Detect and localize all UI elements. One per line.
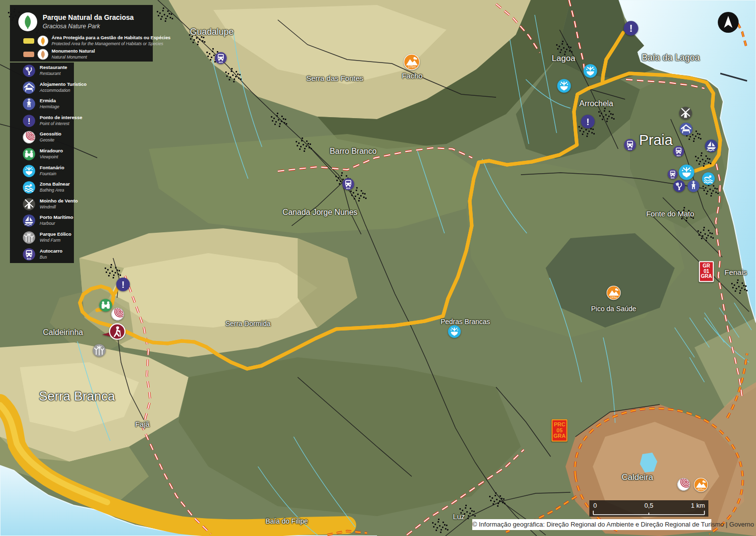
leaf-icon — [37, 49, 49, 60]
map-canvas: GuadalupeSerra das FontesFachoLagoaBaía … — [0, 0, 756, 536]
legend-item-label: Parque Eólico — [40, 231, 71, 237]
legend-subtitle: Graciosa Nature Park — [43, 23, 100, 30]
legend-item-bus: BUS Autocarro Bus — [10, 246, 74, 263]
leaf-icon — [37, 35, 49, 47]
area-label: Área Protegida para a Gestão de Habitats… — [52, 35, 171, 40]
north-arrow-icon — [717, 11, 739, 33]
restaurant-icon — [22, 64, 36, 77]
legend-item-label: Porto Marítimo — [40, 214, 73, 220]
legend-item-sublabel: Wind Farm — [40, 238, 61, 243]
scale-tick-05: 0,5 — [644, 502, 653, 509]
legend-item-sublabel: Fountain — [40, 171, 56, 176]
legend-item-windmill: Moinho de Vento Windmill — [10, 196, 74, 213]
scale-tick-0: 0 — [593, 502, 597, 509]
scale-bar: 0 0,5 1 km — [589, 500, 708, 517]
bus-icon: BUS — [22, 248, 36, 261]
area-color-swatch — [23, 38, 34, 44]
legend-item-sublabel: Harbour — [40, 221, 55, 226]
legend-item-sublabel: Geosite — [40, 137, 55, 142]
legend-area-protected-area: Área Protegida para a Gestão de Habitats… — [10, 35, 153, 48]
legend-item-label: Autocarro — [40, 248, 63, 254]
poi-icon: ! — [22, 114, 36, 128]
svg-text:BUS: BUS — [27, 258, 31, 260]
legend-item-viewpoint: Miradouro Viewpoint — [10, 146, 74, 163]
legend-header: Parque Natural da Graciosa Graciosa Natu… — [10, 5, 153, 62]
legend-item-label: Ponto de interesse — [40, 115, 82, 120]
windfarm-icon — [22, 231, 36, 244]
legend-item-restaurant: Restaurante Restaurant — [10, 63, 74, 79]
legend-item-windfarm: Parque Eólico Wind Farm — [10, 229, 74, 246]
legend-item-label: Zona Balnear — [40, 181, 70, 187]
fountain-icon — [22, 164, 36, 178]
legend-item-label: Geossítio — [40, 131, 62, 136]
bathing-icon — [22, 181, 36, 194]
legend-item-harbour: Porto Marítimo Harbour — [10, 212, 74, 229]
legend-item-label: Fontanário — [40, 165, 64, 170]
legend-item-sublabel: Bus — [40, 255, 47, 260]
legend-item-label: Moinho de Vento — [40, 198, 78, 203]
hermitage-icon — [22, 97, 36, 111]
attribution-bar: © Informação geográfica: Direção Regiona… — [472, 519, 711, 530]
legend-item-label: Alojamento Turístico — [40, 81, 87, 87]
legend-item-sublabel: Bathing Area — [40, 188, 64, 193]
legend-item-geosite: Geossítio Geosite — [10, 129, 74, 146]
legend-item-label: Miradouro — [40, 148, 63, 153]
legend-item-sublabel: Point of interest — [40, 121, 69, 126]
legend-area-natural-monument: Monumento Natural Natural Monument — [10, 48, 153, 61]
harbour-icon — [22, 214, 36, 227]
legend-item-fountain: Fontanário Fountain — [10, 163, 74, 180]
legend-item-bathing: Zona Balnear Bathing Area — [10, 179, 74, 196]
legend-item-poi: ! Ponto de interesse Point of interest — [10, 113, 74, 130]
area-sublabel: Natural Monument — [52, 55, 87, 60]
area-color-swatch — [23, 52, 34, 57]
legend-item-sublabel: Restaurant — [40, 71, 61, 76]
area-sublabel: Protected Area for the Management of Hab… — [52, 41, 163, 46]
legend-item-label: Ermida — [40, 98, 56, 103]
park-logo-icon — [18, 12, 38, 32]
legend-item-sublabel: Windmill — [40, 204, 56, 209]
scale-tick-1km: 1 km — [691, 502, 705, 509]
geosite-icon — [22, 131, 36, 144]
legend-item-hermitage: Ermida Hermitage — [10, 96, 74, 113]
windmill-icon — [22, 198, 36, 211]
legend-item-sublabel: Hermitage — [40, 104, 60, 109]
viewpoint-icon — [22, 147, 36, 161]
legend-symbol-list: Restaurante Restaurant Alojamento Turíst… — [10, 63, 74, 263]
legend-item-accommodation: Alojamento Turístico Accommodation — [10, 79, 74, 96]
terrain-graphic — [0, 0, 756, 536]
svg-text:!: ! — [28, 116, 31, 126]
legend-item-sublabel: Accommodation — [40, 88, 70, 93]
legend-item-label: Restaurante — [40, 65, 67, 70]
accommodation-icon — [22, 81, 36, 94]
legend-title: Parque Natural da Graciosa — [43, 13, 134, 21]
legend-item-sublabel: Viewpoint — [40, 154, 58, 159]
area-label: Monumento Natural — [52, 49, 95, 54]
